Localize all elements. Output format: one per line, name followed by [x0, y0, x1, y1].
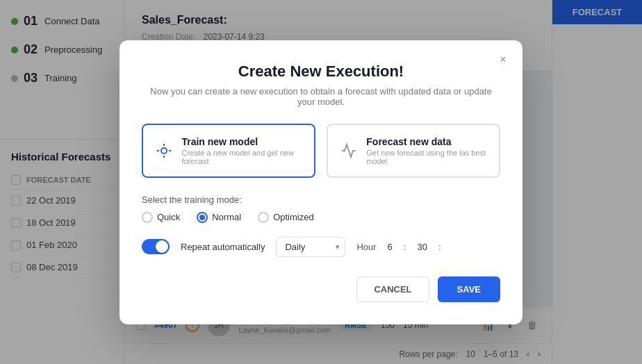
svg-point-0: [161, 148, 167, 154]
normal-radio[interactable]: Normal: [197, 212, 241, 223]
colon-separator: :: [404, 242, 406, 252]
toggle-knob: [156, 240, 168, 253]
forecast-icon: [339, 140, 358, 162]
frequency-select[interactable]: Daily Weekly Monthly: [276, 237, 345, 257]
quick-radio[interactable]: Quick: [142, 212, 180, 223]
repeat-label: Repeat automatically: [181, 242, 265, 252]
modal-subtitle: Now you can create a new execution to ob…: [142, 86, 500, 107]
forecast-card-text: Forecast new data Get new forecast using…: [366, 136, 488, 165]
hour-label: Hour: [356, 242, 376, 252]
train-icon: [154, 140, 173, 162]
normal-radio-outer: [197, 212, 208, 223]
hour-value: 6: [388, 242, 393, 252]
frequency-select-wrapper: Daily Weekly Monthly: [276, 237, 345, 257]
modal-close-button[interactable]: ×: [495, 51, 511, 68]
forecast-card-title: Forecast new data: [366, 136, 488, 147]
optimized-radio[interactable]: Optimized: [258, 212, 314, 223]
repeat-toggle[interactable]: [142, 239, 170, 254]
training-mode-section: Select the training mode: Quick Normal O…: [142, 195, 500, 223]
train-card-desc: Create a new model and get new forecast: [181, 149, 303, 165]
train-card-text: Train new model Create a new model and g…: [181, 136, 303, 165]
save-button[interactable]: SAVE: [438, 276, 500, 302]
minute-value: 30: [417, 242, 427, 252]
colon-separator-2: :: [438, 242, 441, 252]
train-model-card[interactable]: Train new model Create a new model and g…: [142, 124, 315, 178]
training-mode-label: Select the training mode:: [142, 195, 500, 205]
create-execution-modal: × Create New Execution! Now you can crea…: [120, 40, 522, 324]
train-card-title: Train new model: [181, 136, 303, 147]
modal-overlay: × Create New Execution! Now you can crea…: [0, 0, 642, 364]
cancel-button[interactable]: CANCEL: [356, 276, 429, 302]
normal-label: Normal: [212, 212, 241, 222]
forecast-new-data-card[interactable]: Forecast new data Get new forecast using…: [327, 124, 500, 178]
normal-radio-inner: [199, 215, 205, 220]
optimized-radio-outer: [258, 212, 269, 223]
repeat-row: Repeat automatically Daily Weekly Monthl…: [142, 237, 500, 257]
quick-label: Quick: [157, 212, 180, 222]
modal-title: Create New Execution!: [142, 63, 500, 81]
modal-footer: CANCEL SAVE: [142, 276, 500, 302]
forecast-card-desc: Get new forecast using the las best mode…: [366, 149, 488, 165]
mode-cards: Train new model Create a new model and g…: [142, 124, 500, 178]
optimized-label: Optimized: [273, 212, 314, 222]
radio-group: Quick Normal Optimized: [142, 212, 500, 223]
quick-radio-outer: [142, 212, 153, 223]
